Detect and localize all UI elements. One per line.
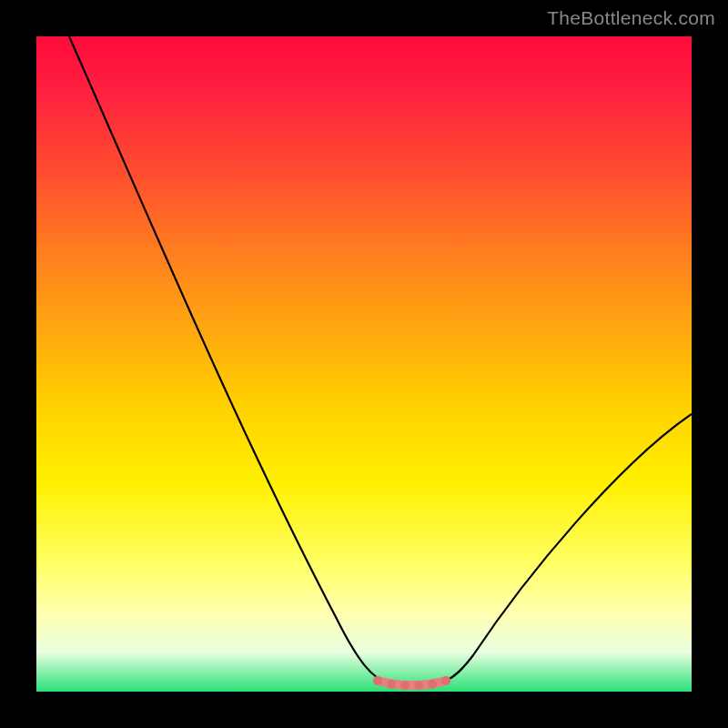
highlight-dot (387, 680, 396, 689)
highlight-dot (414, 681, 423, 690)
main-curve (69, 36, 692, 684)
plot-area (36, 36, 692, 692)
highlight-dot (400, 681, 410, 690)
watermark-text: TheBottleneck.com (547, 7, 715, 29)
highlight-dot (441, 676, 450, 685)
chart-svg (36, 36, 692, 692)
highlight-dot (373, 676, 382, 685)
highlight-dot (428, 680, 437, 689)
